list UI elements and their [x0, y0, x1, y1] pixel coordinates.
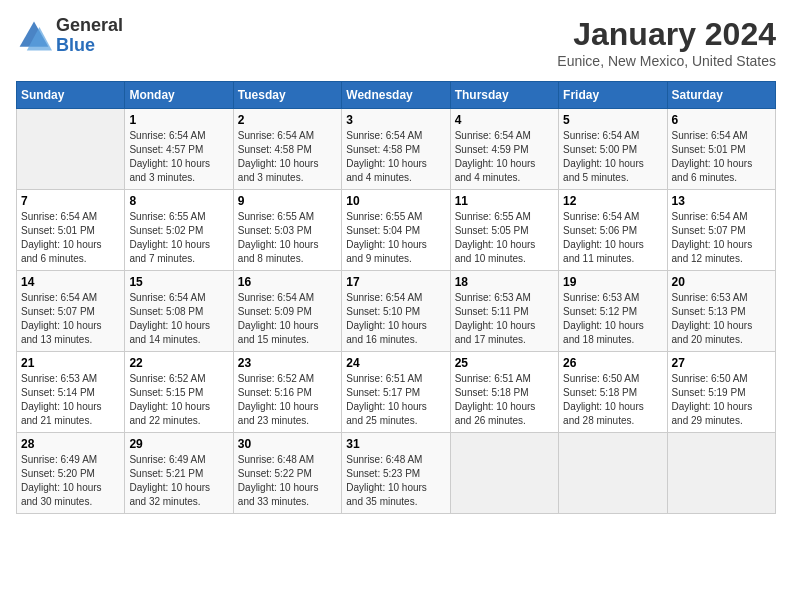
- day-info: Sunrise: 6:54 AMSunset: 5:09 PMDaylight:…: [238, 291, 337, 347]
- day-number: 5: [563, 113, 662, 127]
- day-number: 11: [455, 194, 554, 208]
- calendar-body: 1Sunrise: 6:54 AMSunset: 4:57 PMDaylight…: [17, 109, 776, 514]
- day-number: 21: [21, 356, 120, 370]
- calendar-week-row: 28Sunrise: 6:49 AMSunset: 5:20 PMDayligh…: [17, 433, 776, 514]
- day-info: Sunrise: 6:48 AMSunset: 5:23 PMDaylight:…: [346, 453, 445, 509]
- day-number: 1: [129, 113, 228, 127]
- day-info: Sunrise: 6:48 AMSunset: 5:22 PMDaylight:…: [238, 453, 337, 509]
- day-info: Sunrise: 6:53 AMSunset: 5:11 PMDaylight:…: [455, 291, 554, 347]
- calendar-cell: [17, 109, 125, 190]
- day-info: Sunrise: 6:51 AMSunset: 5:17 PMDaylight:…: [346, 372, 445, 428]
- calendar-cell: 7Sunrise: 6:54 AMSunset: 5:01 PMDaylight…: [17, 190, 125, 271]
- calendar-cell: 22Sunrise: 6:52 AMSunset: 5:15 PMDayligh…: [125, 352, 233, 433]
- day-number: 30: [238, 437, 337, 451]
- logo-blue: Blue: [56, 36, 123, 56]
- day-info: Sunrise: 6:55 AMSunset: 5:02 PMDaylight:…: [129, 210, 228, 266]
- title-month: January 2024: [557, 16, 776, 53]
- day-info: Sunrise: 6:54 AMSunset: 5:01 PMDaylight:…: [672, 129, 771, 185]
- day-number: 27: [672, 356, 771, 370]
- day-number: 18: [455, 275, 554, 289]
- day-number: 7: [21, 194, 120, 208]
- day-info: Sunrise: 6:54 AMSunset: 5:07 PMDaylight:…: [21, 291, 120, 347]
- calendar-cell: 17Sunrise: 6:54 AMSunset: 5:10 PMDayligh…: [342, 271, 450, 352]
- day-number: 12: [563, 194, 662, 208]
- day-number: 28: [21, 437, 120, 451]
- calendar-cell: 28Sunrise: 6:49 AMSunset: 5:20 PMDayligh…: [17, 433, 125, 514]
- day-info: Sunrise: 6:54 AMSunset: 5:06 PMDaylight:…: [563, 210, 662, 266]
- day-number: 29: [129, 437, 228, 451]
- calendar-cell: 20Sunrise: 6:53 AMSunset: 5:13 PMDayligh…: [667, 271, 775, 352]
- day-number: 2: [238, 113, 337, 127]
- day-info: Sunrise: 6:54 AMSunset: 4:59 PMDaylight:…: [455, 129, 554, 185]
- day-info: Sunrise: 6:55 AMSunset: 5:03 PMDaylight:…: [238, 210, 337, 266]
- calendar-header: SundayMondayTuesdayWednesdayThursdayFrid…: [17, 82, 776, 109]
- day-info: Sunrise: 6:50 AMSunset: 5:18 PMDaylight:…: [563, 372, 662, 428]
- calendar-cell: 11Sunrise: 6:55 AMSunset: 5:05 PMDayligh…: [450, 190, 558, 271]
- day-number: 9: [238, 194, 337, 208]
- day-info: Sunrise: 6:51 AMSunset: 5:18 PMDaylight:…: [455, 372, 554, 428]
- day-number: 20: [672, 275, 771, 289]
- day-info: Sunrise: 6:53 AMSunset: 5:12 PMDaylight:…: [563, 291, 662, 347]
- day-number: 16: [238, 275, 337, 289]
- day-number: 3: [346, 113, 445, 127]
- day-info: Sunrise: 6:54 AMSunset: 4:57 PMDaylight:…: [129, 129, 228, 185]
- calendar-cell: 10Sunrise: 6:55 AMSunset: 5:04 PMDayligh…: [342, 190, 450, 271]
- calendar-cell: 24Sunrise: 6:51 AMSunset: 5:17 PMDayligh…: [342, 352, 450, 433]
- calendar-table: SundayMondayTuesdayWednesdayThursdayFrid…: [16, 81, 776, 514]
- calendar-cell: 31Sunrise: 6:48 AMSunset: 5:23 PMDayligh…: [342, 433, 450, 514]
- day-number: 4: [455, 113, 554, 127]
- calendar-cell: 29Sunrise: 6:49 AMSunset: 5:21 PMDayligh…: [125, 433, 233, 514]
- day-info: Sunrise: 6:53 AMSunset: 5:14 PMDaylight:…: [21, 372, 120, 428]
- logo-text: General Blue: [56, 16, 123, 56]
- calendar-week-row: 7Sunrise: 6:54 AMSunset: 5:01 PMDaylight…: [17, 190, 776, 271]
- day-number: 26: [563, 356, 662, 370]
- day-number: 22: [129, 356, 228, 370]
- day-info: Sunrise: 6:52 AMSunset: 5:15 PMDaylight:…: [129, 372, 228, 428]
- calendar-cell: [667, 433, 775, 514]
- header-day: Sunday: [17, 82, 125, 109]
- day-number: 14: [21, 275, 120, 289]
- day-info: Sunrise: 6:53 AMSunset: 5:13 PMDaylight:…: [672, 291, 771, 347]
- header-day: Tuesday: [233, 82, 341, 109]
- calendar-cell: 8Sunrise: 6:55 AMSunset: 5:02 PMDaylight…: [125, 190, 233, 271]
- day-number: 19: [563, 275, 662, 289]
- calendar-cell: 4Sunrise: 6:54 AMSunset: 4:59 PMDaylight…: [450, 109, 558, 190]
- calendar-cell: 1Sunrise: 6:54 AMSunset: 4:57 PMDaylight…: [125, 109, 233, 190]
- day-number: 6: [672, 113, 771, 127]
- calendar-cell: 15Sunrise: 6:54 AMSunset: 5:08 PMDayligh…: [125, 271, 233, 352]
- header-day: Wednesday: [342, 82, 450, 109]
- calendar-cell: 13Sunrise: 6:54 AMSunset: 5:07 PMDayligh…: [667, 190, 775, 271]
- day-info: Sunrise: 6:54 AMSunset: 4:58 PMDaylight:…: [238, 129, 337, 185]
- calendar-week-row: 1Sunrise: 6:54 AMSunset: 4:57 PMDaylight…: [17, 109, 776, 190]
- day-info: Sunrise: 6:54 AMSunset: 5:10 PMDaylight:…: [346, 291, 445, 347]
- logo-icon: [16, 18, 52, 54]
- calendar-cell: [450, 433, 558, 514]
- calendar-cell: 5Sunrise: 6:54 AMSunset: 5:00 PMDaylight…: [559, 109, 667, 190]
- title-block: January 2024 Eunice, New Mexico, United …: [557, 16, 776, 69]
- calendar-cell: 21Sunrise: 6:53 AMSunset: 5:14 PMDayligh…: [17, 352, 125, 433]
- day-info: Sunrise: 6:54 AMSunset: 5:08 PMDaylight:…: [129, 291, 228, 347]
- logo: General Blue: [16, 16, 123, 56]
- header-day: Thursday: [450, 82, 558, 109]
- calendar-cell: [559, 433, 667, 514]
- day-number: 17: [346, 275, 445, 289]
- day-number: 15: [129, 275, 228, 289]
- day-number: 25: [455, 356, 554, 370]
- calendar-cell: 25Sunrise: 6:51 AMSunset: 5:18 PMDayligh…: [450, 352, 558, 433]
- calendar-cell: 9Sunrise: 6:55 AMSunset: 5:03 PMDaylight…: [233, 190, 341, 271]
- calendar-cell: 26Sunrise: 6:50 AMSunset: 5:18 PMDayligh…: [559, 352, 667, 433]
- day-info: Sunrise: 6:54 AMSunset: 5:07 PMDaylight:…: [672, 210, 771, 266]
- calendar-cell: 23Sunrise: 6:52 AMSunset: 5:16 PMDayligh…: [233, 352, 341, 433]
- day-info: Sunrise: 6:55 AMSunset: 5:04 PMDaylight:…: [346, 210, 445, 266]
- day-info: Sunrise: 6:55 AMSunset: 5:05 PMDaylight:…: [455, 210, 554, 266]
- day-info: Sunrise: 6:50 AMSunset: 5:19 PMDaylight:…: [672, 372, 771, 428]
- calendar-cell: 12Sunrise: 6:54 AMSunset: 5:06 PMDayligh…: [559, 190, 667, 271]
- calendar-cell: 18Sunrise: 6:53 AMSunset: 5:11 PMDayligh…: [450, 271, 558, 352]
- calendar-week-row: 21Sunrise: 6:53 AMSunset: 5:14 PMDayligh…: [17, 352, 776, 433]
- day-number: 8: [129, 194, 228, 208]
- day-number: 24: [346, 356, 445, 370]
- day-number: 10: [346, 194, 445, 208]
- calendar-cell: 3Sunrise: 6:54 AMSunset: 4:58 PMDaylight…: [342, 109, 450, 190]
- calendar-cell: 19Sunrise: 6:53 AMSunset: 5:12 PMDayligh…: [559, 271, 667, 352]
- page-header: General Blue January 2024 Eunice, New Me…: [16, 16, 776, 69]
